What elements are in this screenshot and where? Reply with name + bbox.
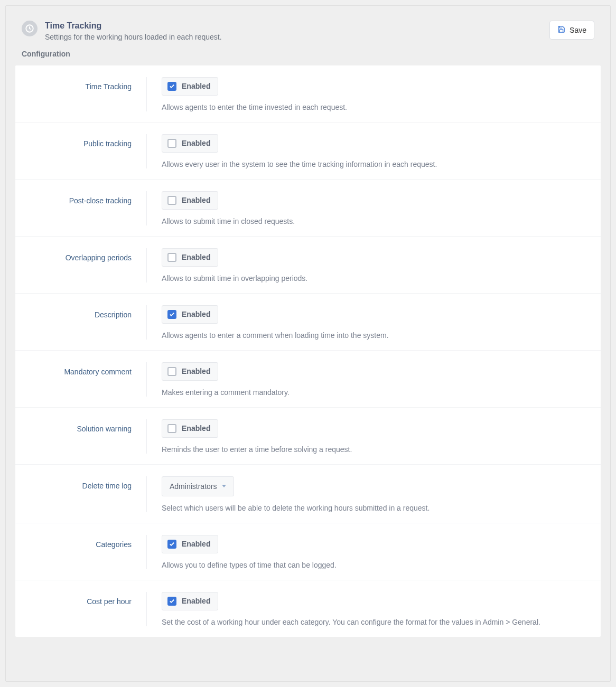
row-label: Overlapping periods: [15, 248, 146, 283]
row-label: Solution warning: [15, 419, 146, 454]
row-label: Mandatory comment: [15, 362, 146, 397]
row-content: Enabled Allows agents to enter the time …: [146, 77, 601, 111]
description-toggle[interactable]: Enabled: [162, 305, 218, 324]
helper-text: Allows agents to enter a comment when lo…: [162, 331, 601, 340]
helper-text: Allows to submit time in closed requests…: [162, 217, 601, 225]
row-content: Enabled Allows to submit time in closed …: [146, 191, 601, 225]
helper-text: Reminds the user to enter a time before …: [162, 445, 601, 454]
cost-per-hour-toggle[interactable]: Enabled: [162, 592, 218, 610]
save-button[interactable]: Save: [549, 21, 594, 40]
toggle-label: Enabled: [182, 82, 210, 90]
row-label: Post-close tracking: [15, 191, 146, 225]
helper-text: Allows you to define types of time that …: [162, 561, 601, 569]
row-label: Description: [15, 305, 146, 340]
toggle-label: Enabled: [182, 139, 210, 147]
save-icon: [557, 25, 565, 35]
checkbox-checked-icon: [167, 310, 176, 319]
overlapping-periods-toggle[interactable]: Enabled: [162, 248, 218, 267]
row-content: Enabled Allows every user in the system …: [146, 134, 601, 168]
settings-page: Time Tracking Settings for the working h…: [5, 5, 611, 682]
checkbox-unchecked-icon: [167, 424, 176, 433]
toggle-label: Enabled: [182, 367, 210, 375]
checkbox-unchecked-icon: [167, 139, 176, 148]
row-label: Delete time log: [15, 476, 146, 512]
row-categories: Categories Enabled Allows you to define …: [15, 523, 601, 580]
checkbox-checked-icon: [167, 597, 176, 606]
row-overlapping-periods: Overlapping periods Enabled Allows to su…: [15, 237, 601, 294]
row-post-close-tracking: Post-close tracking Enabled Allows to su…: [15, 180, 601, 237]
row-content: Enabled Reminds the user to enter a time…: [146, 419, 601, 454]
toggle-label: Enabled: [182, 310, 210, 318]
checkbox-unchecked-icon: [167, 253, 176, 262]
helper-text: Allows every user in the system to see t…: [162, 160, 601, 168]
helper-text: Set the cost of a working hour under eac…: [162, 618, 601, 626]
row-content: Enabled Allows agents to enter a comment…: [146, 305, 601, 340]
row-content: Administrators Select which users will b…: [146, 476, 601, 512]
helper-text: Select which users will be able to delet…: [162, 504, 601, 512]
toggle-label: Enabled: [182, 424, 210, 432]
post-close-tracking-toggle[interactable]: Enabled: [162, 191, 218, 210]
page-header: Time Tracking Settings for the working h…: [6, 6, 610, 46]
page-subtitle: Settings for the working hours loaded in…: [45, 33, 549, 41]
row-label: Categories: [15, 535, 146, 569]
header-text: Time Tracking Settings for the working h…: [45, 21, 549, 41]
config-panel: Time Tracking Enabled Allows agents to e…: [15, 65, 601, 637]
select-value: Administrators: [170, 482, 217, 491]
row-mandatory-comment: Mandatory comment Enabled Makes entering…: [15, 351, 601, 408]
public-tracking-toggle[interactable]: Enabled: [162, 134, 218, 153]
toggle-label: Enabled: [182, 540, 210, 548]
row-delete-time-log: Delete time log Administrators Select wh…: [15, 465, 601, 523]
toggle-label: Enabled: [182, 253, 210, 261]
toggle-label: Enabled: [182, 196, 210, 204]
helper-text: Allows agents to enter the time invested…: [162, 103, 601, 111]
caret-down-icon: [222, 485, 226, 487]
page-title: Time Tracking: [45, 21, 549, 32]
row-label: Public tracking: [15, 134, 146, 168]
clock-icon: [22, 21, 38, 36]
row-cost-per-hour: Cost per hour Enabled Set the cost of a …: [15, 580, 601, 637]
row-content: Enabled Allows you to define types of ti…: [146, 535, 601, 569]
row-label: Time Tracking: [15, 77, 146, 111]
section-label: Configuration: [6, 46, 610, 65]
time-tracking-toggle[interactable]: Enabled: [162, 77, 218, 96]
checkbox-unchecked-icon: [167, 367, 176, 376]
row-content: Enabled Makes entering a comment mandato…: [146, 362, 601, 397]
checkbox-checked-icon: [167, 540, 176, 549]
categories-toggle[interactable]: Enabled: [162, 535, 218, 553]
helper-text: Makes entering a comment mandatory.: [162, 388, 601, 397]
checkbox-unchecked-icon: [167, 196, 176, 205]
helper-text: Allows to submit time in overlapping per…: [162, 274, 601, 283]
checkbox-checked-icon: [167, 82, 176, 91]
row-public-tracking: Public tracking Enabled Allows every use…: [15, 123, 601, 180]
row-time-tracking: Time Tracking Enabled Allows agents to e…: [15, 65, 601, 123]
row-description: Description Enabled Allows agents to ent…: [15, 294, 601, 351]
row-label: Cost per hour: [15, 592, 146, 626]
row-content: Enabled Set the cost of a working hour u…: [146, 592, 601, 626]
row-solution-warning: Solution warning Enabled Reminds the use…: [15, 408, 601, 465]
solution-warning-toggle[interactable]: Enabled: [162, 419, 218, 438]
mandatory-comment-toggle[interactable]: Enabled: [162, 362, 218, 381]
toggle-label: Enabled: [182, 597, 210, 605]
delete-time-log-select[interactable]: Administrators: [162, 476, 234, 496]
row-content: Enabled Allows to submit time in overlap…: [146, 248, 601, 283]
save-button-label: Save: [570, 26, 586, 34]
